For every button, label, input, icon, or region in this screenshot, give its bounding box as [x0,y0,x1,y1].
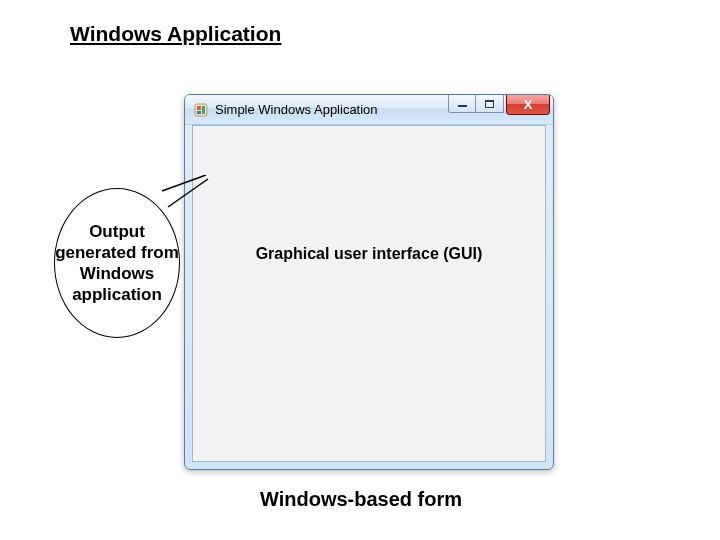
close-button[interactable]: X [506,95,550,115]
section-heading: Windows Application [70,22,281,46]
minimize-icon [458,105,467,107]
bottom-caption: Windows-based form [260,488,462,511]
window-client-area: Graphical user interface (GUI) [192,125,546,462]
app-icon [193,102,209,118]
svg-rect-4 [197,111,201,114]
window-control-buttons: X [448,95,550,115]
windows-form-window: Simple Windows Application X Graphical u… [184,94,554,470]
close-icon: X [524,97,533,112]
minimize-button[interactable] [448,95,476,113]
callout-text: Output generated from Windows applicatio… [55,221,179,306]
maximize-icon [485,100,494,108]
maximize-button[interactable] [476,95,504,113]
callout-bubble: Output generated from Windows applicatio… [54,188,180,338]
client-area-label: Graphical user interface (GUI) [256,245,483,263]
svg-line-0 [168,179,208,207]
svg-line-1 [162,175,206,191]
window-titlebar: Simple Windows Application X [185,95,553,125]
svg-rect-5 [202,106,205,114]
callout-pointer-line [160,175,220,215]
svg-rect-3 [197,106,201,110]
